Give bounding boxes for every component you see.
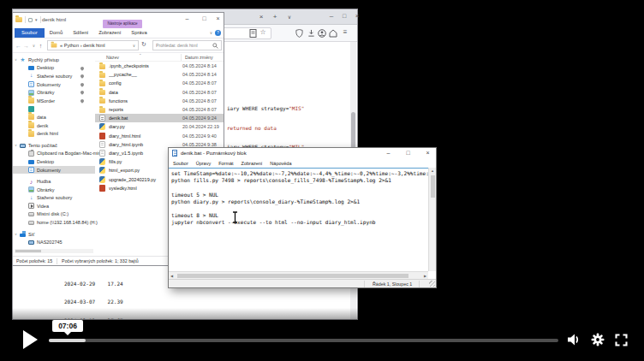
resize-grip[interactable] — [429, 281, 435, 287]
file-row[interactable]: reports04.05.2024 8:07 — [95, 105, 224, 114]
download-icon[interactable] — [306, 29, 316, 40]
notepad-vertical-scrollbar[interactable]: ▲ — [428, 168, 436, 271]
forward-icon[interactable]: → — [22, 41, 30, 50]
notepad-horizontal-scrollbar[interactable]: ◀ ▶ — [169, 271, 428, 279]
account-icon[interactable] — [317, 29, 327, 40]
search-box[interactable]: Prohledat: denik html — [152, 40, 222, 50]
reader-mode-icon[interactable] — [247, 29, 258, 40]
folder-icon — [99, 98, 105, 104]
file-row[interactable]: .ipynb_checkpoints04.05.2024 8:14 — [95, 62, 224, 70]
explorer-close-button[interactable]: × — [212, 14, 224, 24]
sidebar-item-downloads[interactable]: ↓Stažené soubory — [13, 72, 95, 80]
new-tab-button[interactable]: + — [270, 13, 280, 21]
back-icon[interactable]: ← — [15, 41, 22, 50]
seek-bar[interactable] — [49, 339, 558, 342]
sidebar-item-msorder[interactable]: MSorder — [13, 97, 95, 105]
folder-icon — [15, 17, 22, 22]
sidebar-item-downloads-pc[interactable]: ↓Stažené soubory — [13, 194, 95, 203]
menu-upravy[interactable]: Úpravy — [196, 161, 211, 166]
menu-soubor[interactable]: Soubor — [173, 161, 188, 166]
monitor-icon — [28, 160, 34, 164]
home-icon[interactable] — [328, 29, 338, 40]
file-row[interactable]: diary_html.html04.05.2024 9:40 — [95, 132, 224, 140]
search-input[interactable]: Prohledat: denik html — [156, 43, 212, 48]
sidebar-item-videos[interactable]: Videa — [13, 202, 95, 210]
tab-close-icon[interactable]: × — [256, 13, 266, 21]
sidebar-scrollbar[interactable] — [15, 249, 93, 253]
tab-sdileni[interactable]: Sdílení — [68, 28, 93, 38]
sidebar-item-clipboard[interactable]: Clipboard na Bogdan-Mac-mini — [13, 150, 95, 158]
sidebar-item-desktop-pc[interactable]: Desktop — [13, 157, 95, 166]
help-icon[interactable]: ? — [215, 30, 221, 36]
picture-icon — [28, 186, 34, 192]
sidebar-item-local-disk[interactable]: Místní disk (C:) — [13, 210, 95, 219]
bookmark-star-icon[interactable]: ☆ — [258, 28, 268, 37]
search-icon — [212, 43, 218, 49]
sidebar-item-documents-selected[interactable]: Dokumenty — [13, 166, 95, 175]
menu-napoveda[interactable]: Nápověda — [270, 161, 291, 166]
notepad-minimize-button[interactable]: – — [381, 148, 396, 158]
file-row-selected[interactable]: denik.bat04.05.2024 9:24 — [95, 114, 224, 122]
menu-icon[interactable]: ≡ — [340, 28, 350, 37]
explorer-maximize-button[interactable]: □ — [198, 14, 211, 24]
explorer-minimize-button[interactable]: – — [181, 14, 194, 24]
file-row[interactable]: diary.py20.04.2024 22:19 — [95, 122, 224, 131]
sidebar-item-documents[interactable]: Dokumenty — [13, 80, 95, 89]
file-row[interactable]: data04.05.2024 8:07 — [95, 88, 224, 97]
ribbon-collapse-icon[interactable]: ∨ — [210, 31, 212, 35]
qat-caret-icon[interactable]: ▾ — [35, 17, 38, 22]
tab-domu[interactable]: Domů — [45, 28, 68, 38]
folder-icon — [51, 43, 57, 47]
notepad-text-area[interactable]: set TimeStamp=%date:~-10,2%%date:~-7,2%%… — [169, 168, 428, 271]
scrollbar-thumb[interactable] — [431, 175, 435, 198]
sidebar-item-quick-access[interactable]: ∨★Rychlý přístup — [13, 56, 95, 64]
column-header-date[interactable]: Datum změny — [185, 55, 213, 60]
menu-format[interactable]: Formát — [218, 161, 233, 166]
sidebar-item-pictures[interactable]: Obrázky — [13, 88, 95, 97]
sidebar-item-pictures-pc[interactable]: Obrázky — [13, 186, 95, 194]
menu-zobrazeni[interactable]: Zobrazení — [242, 161, 263, 166]
tab-zobrazeni[interactable]: Zobrazení — [93, 28, 126, 38]
up-icon[interactable]: ↑ — [37, 41, 45, 50]
video-player-frame: { "player": { "time_tooltip": "07:06" },… — [0, 0, 644, 361]
window-maximize-button[interactable]: □ — [339, 12, 349, 21]
refresh-icon[interactable]: ↻ — [141, 41, 146, 48]
sidebar-item-denik[interactable]: denik — [13, 121, 95, 130]
scroll-right-icon[interactable]: ▶ — [424, 273, 426, 279]
sidebar-item-denik-html[interactable]: denik html — [13, 129, 95, 138]
volume-icon[interactable] — [567, 333, 581, 350]
breadcrumb[interactable]: « Python › denik html ∨ — [47, 40, 139, 50]
fullscreen-icon[interactable] — [615, 334, 628, 350]
sidebar-item-network[interactable]: ∨Síť — [13, 230, 95, 239]
tab-list-icon[interactable]: ∨ — [284, 13, 295, 21]
sidebar-item-home-drive[interactable]: home (\\192.168.148.84) (H:) — [13, 218, 95, 227]
quick-access-icon[interactable] — [28, 18, 33, 22]
file-row[interactable]: config04.05.2024 8:07 — [95, 79, 224, 87]
play-button[interactable] — [23, 330, 38, 349]
scrollbar-thumb[interactable] — [177, 274, 408, 278]
tab-sprava[interactable]: Správa — [126, 28, 152, 38]
scroll-left-icon[interactable]: ◀ — [170, 273, 173, 279]
sidebar-item-desktop[interactable]: Desktop — [13, 64, 95, 73]
player-control-bar — [0, 308, 644, 361]
window-minimize-button[interactable]: – — [326, 12, 337, 21]
breadcrumb-caret-icon[interactable]: ∨ — [133, 44, 135, 48]
sidebar-item-this-pc[interactable]: ∨Tento počítač — [13, 141, 95, 150]
shield-icon[interactable] — [294, 29, 304, 40]
file-row[interactable]: __pycache__04.05.2024 8:14 — [95, 70, 224, 79]
window-close-button[interactable]: × — [352, 12, 362, 21]
file-row[interactable]: functions04.05.2024 8:07 — [95, 97, 224, 105]
column-header-name[interactable]: Název — [106, 55, 119, 60]
sidebar-item-unlabeled[interactable] — [13, 105, 95, 114]
column-divider[interactable] — [181, 54, 182, 61]
notepad-window-title: denik.bat - Poznámkový blok — [181, 151, 247, 156]
tab-soubor[interactable]: Soubor — [15, 28, 45, 38]
sidebar-item-music[interactable]: ♪Hudba — [13, 177, 95, 186]
sidebar-item-nas[interactable]: NAS202745 — [13, 238, 95, 246]
sidebar-item-data[interactable]: data — [13, 113, 95, 121]
scroll-up-icon[interactable]: ▲ — [429, 168, 436, 174]
notepad-close-button[interactable]: × — [420, 148, 435, 158]
settings-gear-icon[interactable] — [591, 333, 605, 350]
notepad-maximize-button[interactable]: □ — [401, 148, 415, 158]
python-file-icon — [99, 176, 105, 183]
